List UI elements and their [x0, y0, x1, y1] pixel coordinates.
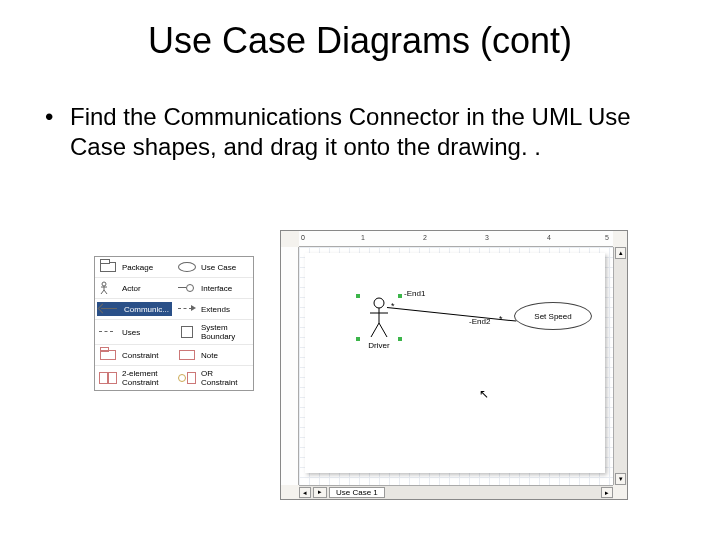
interface-icon: [176, 281, 198, 295]
drawing-editor: 0 1 2 3 4 5 Driver -End1 -End2 * * Set S…: [280, 230, 628, 500]
scroll-up-button[interactable]: ▴: [615, 247, 626, 259]
communicates-icon: [99, 302, 121, 316]
shape-package[interactable]: Package: [97, 260, 172, 274]
bullet-text: Find the Communications Connector in the…: [0, 62, 720, 162]
connector-end1-label: -End1: [404, 289, 425, 298]
scrollbar-horizontal[interactable]: ◂ ▸ Use Case 1 ▸: [299, 485, 613, 499]
shape-2element-constraint[interactable]: 2-element Constraint: [97, 369, 172, 387]
ruler-horizontal: 0 1 2 3 4 5: [299, 231, 613, 247]
slide-title: Use Case Diagrams (cont): [0, 0, 720, 62]
shape-uses[interactable]: Uses: [97, 325, 172, 339]
cursor-icon: ↖: [479, 387, 489, 401]
shape-or-constraint[interactable]: OR Constraint: [176, 369, 251, 387]
shape-extends[interactable]: Extends: [176, 302, 251, 316]
uses-icon: [97, 325, 119, 339]
note-icon: [176, 348, 198, 362]
connector-end2-label: -End2: [469, 317, 490, 326]
sheet-tab[interactable]: Use Case 1: [329, 487, 385, 498]
scroll-right-button[interactable]: ▸: [601, 487, 613, 498]
sheet-nav-button[interactable]: ▸: [313, 487, 327, 498]
actor-icon: [97, 281, 119, 295]
system-boundary-icon: [176, 325, 198, 339]
page: [305, 253, 605, 473]
selection-handles: [356, 294, 402, 353]
scroll-down-button[interactable]: ▾: [615, 473, 626, 485]
two-element-constraint-icon: [97, 371, 119, 385]
ruler-vertical: [281, 247, 299, 485]
multiplicity-2: *: [499, 314, 503, 324]
svg-line-4: [104, 290, 107, 294]
or-constraint-icon: [176, 371, 198, 385]
multiplicity-1: *: [391, 301, 395, 311]
shape-interface[interactable]: Interface: [176, 281, 251, 295]
extends-icon: [176, 302, 198, 316]
shape-communicates[interactable]: Communic...: [97, 302, 172, 316]
shape-note[interactable]: Note: [176, 348, 251, 362]
shape-system-boundary[interactable]: System Boundary: [176, 323, 251, 341]
scrollbar-vertical[interactable]: ▴ ▾: [613, 247, 627, 485]
constraint-icon: [97, 348, 119, 362]
svg-line-3: [101, 290, 104, 294]
drawing-canvas[interactable]: Driver -End1 -End2 * * Set Speed ↖: [299, 247, 613, 485]
shape-palette: Package Use Case Actor Interface Communi…: [94, 256, 254, 391]
scroll-left-button[interactable]: ◂: [299, 487, 311, 498]
usecase-shape[interactable]: Set Speed: [514, 302, 592, 330]
shape-actor[interactable]: Actor: [97, 281, 172, 295]
shape-use-case[interactable]: Use Case: [176, 260, 251, 274]
shape-constraint[interactable]: Constraint: [97, 348, 172, 362]
package-icon: [97, 260, 119, 274]
illustration-area: Package Use Case Actor Interface Communi…: [0, 230, 720, 540]
svg-point-0: [102, 282, 106, 286]
usecase-icon: [176, 260, 198, 274]
